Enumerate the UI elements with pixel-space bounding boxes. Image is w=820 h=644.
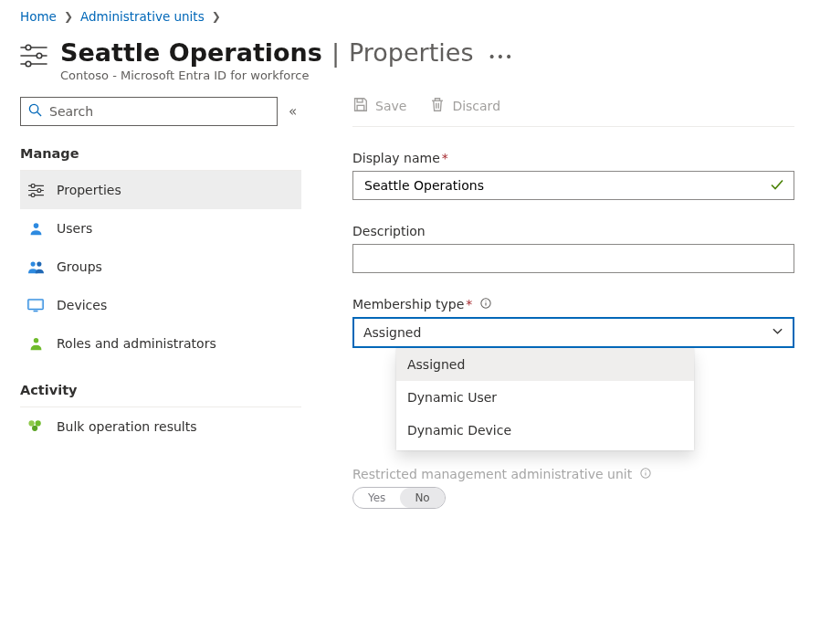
sidebar-item-label: Groups — [57, 259, 102, 274]
search-input-wrapper[interactable] — [20, 97, 278, 126]
svg-rect-25 — [357, 105, 364, 111]
sidebar-group-manage: Manage — [20, 146, 301, 161]
svg-point-9 — [31, 184, 35, 187]
svg-point-20 — [33, 337, 37, 342]
svg-point-5 — [26, 61, 31, 67]
dropdown-option-dynamic-device[interactable]: Dynamic Device — [396, 414, 694, 447]
display-name-input[interactable] — [363, 177, 770, 194]
svg-point-13 — [31, 193, 35, 196]
chevron-right-icon: ❯ — [210, 10, 223, 23]
users-icon — [26, 259, 46, 275]
sidebar-item-users[interactable]: Users — [20, 209, 301, 248]
select-value: Assigned — [363, 325, 421, 340]
svg-point-1 — [26, 45, 31, 50]
sidebar-item-roles[interactable]: Roles and administrators — [20, 324, 301, 363]
page-title: Seattle Operations — [60, 38, 322, 67]
dropdown-option-dynamic-user[interactable]: Dynamic User — [396, 381, 694, 414]
sidebar-item-groups[interactable]: Groups — [20, 248, 301, 286]
dropdown-option-assigned[interactable]: Assigned — [396, 348, 694, 381]
trash-icon — [430, 97, 445, 115]
save-button[interactable]: Save — [352, 97, 406, 115]
discard-button[interactable]: Discard — [430, 97, 500, 115]
sidebar: « Manage Properties Users — [20, 93, 309, 509]
toolbar-label: Discard — [452, 99, 500, 113]
breadcrumb-admin-units[interactable]: Administrative units — [80, 9, 205, 24]
sidebar-item-label: Bulk operation results — [57, 419, 197, 434]
breadcrumb: Home ❯ Administrative units ❯ — [0, 0, 820, 29]
search-icon — [28, 103, 42, 120]
svg-point-3 — [37, 53, 42, 58]
sidebar-item-devices[interactable]: Devices — [20, 286, 301, 324]
sliders-icon — [20, 44, 47, 70]
display-name-label: Display name* — [352, 151, 794, 165]
page-header: Seattle Operations | Properties ••• Cont… — [0, 29, 820, 93]
svg-point-6 — [29, 104, 37, 112]
svg-point-16 — [37, 261, 41, 266]
svg-point-21 — [28, 420, 34, 426]
sidebar-item-label: Properties — [57, 183, 121, 197]
sidebar-item-properties[interactable]: Properties — [20, 171, 301, 209]
svg-point-30 — [485, 301, 486, 301]
svg-point-14 — [33, 223, 38, 228]
membership-type-label: Membership type* — [352, 297, 794, 311]
page-section: Properties — [349, 38, 473, 67]
info-icon[interactable] — [480, 299, 491, 311]
svg-rect-24 — [357, 99, 363, 102]
divider — [352, 126, 794, 127]
more-icon[interactable]: ••• — [488, 49, 513, 64]
sidebar-item-label: Devices — [57, 298, 107, 312]
toolbar-label: Save — [375, 99, 406, 113]
info-icon[interactable] — [640, 469, 651, 481]
toggle-no[interactable]: No — [400, 488, 444, 508]
search-input[interactable] — [47, 103, 269, 120]
restricted-mgmt-label: Restricted management administrative uni… — [352, 467, 794, 481]
description-label: Description — [352, 224, 794, 238]
restricted-mgmt-toggle[interactable]: Yes No — [352, 487, 446, 509]
device-icon — [26, 299, 46, 312]
toggle-yes[interactable]: Yes — [353, 488, 400, 508]
svg-point-23 — [32, 426, 37, 431]
svg-rect-18 — [29, 301, 41, 307]
svg-point-11 — [37, 188, 40, 192]
membership-type-select[interactable]: Assigned — [352, 317, 794, 348]
display-name-input-wrapper[interactable] — [352, 171, 794, 200]
description-input[interactable] — [363, 250, 784, 267]
description-input-wrapper[interactable] — [352, 244, 794, 273]
breadcrumb-home[interactable]: Home — [20, 9, 57, 24]
sidebar-item-bulk-results[interactable]: Bulk operation results — [20, 407, 301, 446]
checkmark-icon — [770, 177, 784, 195]
svg-point-15 — [30, 261, 35, 266]
toolbar: Save Discard — [352, 93, 794, 126]
content-pane: Save Discard Display name* — [309, 93, 820, 509]
bulk-icon — [26, 419, 46, 434]
page-subtitle: Contoso - Microsoft Entra ID for workfor… — [60, 69, 513, 82]
chevron-right-icon: ❯ — [62, 10, 75, 23]
save-icon — [352, 97, 368, 115]
sidebar-group-activity: Activity — [20, 383, 301, 397]
chevron-down-icon — [772, 325, 783, 340]
sliders-icon — [26, 184, 46, 197]
title-separator: | — [331, 38, 340, 67]
svg-rect-19 — [34, 310, 38, 311]
collapse-sidebar-button[interactable]: « — [285, 100, 300, 123]
membership-type-dropdown: Assigned Dynamic User Dynamic Device — [396, 348, 694, 450]
sidebar-item-label: Users — [57, 221, 92, 236]
admin-user-icon — [26, 336, 46, 352]
sidebar-item-label: Roles and administrators — [57, 336, 216, 351]
svg-line-7 — [37, 112, 42, 117]
user-icon — [26, 221, 46, 237]
svg-point-33 — [645, 470, 646, 471]
svg-point-22 — [36, 420, 41, 426]
